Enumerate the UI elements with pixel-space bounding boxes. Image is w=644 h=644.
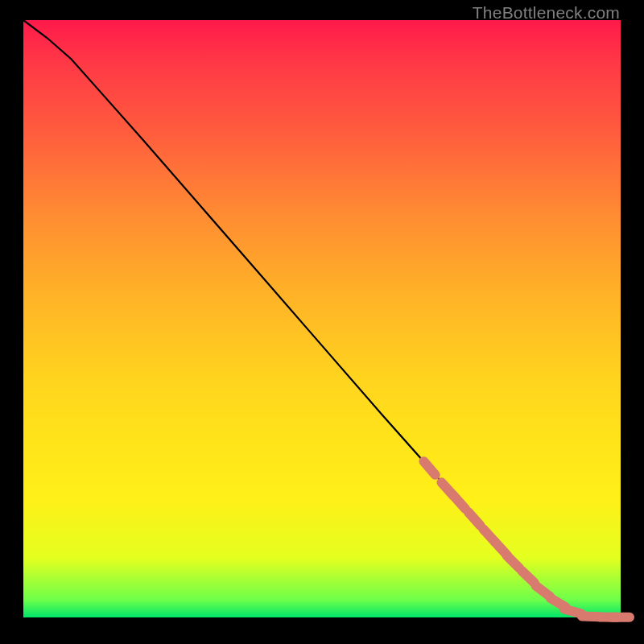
- highlight-capsule: [522, 571, 535, 583]
- highlight-capsule: [453, 496, 465, 509]
- watermark-text: TheBottleneck.com: [473, 3, 620, 23]
- highlight-points: [423, 461, 630, 617]
- highlight-capsule: [507, 555, 520, 568]
- chart-overlay: [23, 20, 621, 617]
- curve-line: [23, 20, 621, 617]
- chart-frame: TheBottleneck.com: [0, 0, 644, 644]
- highlight-capsule: [469, 512, 481, 525]
- highlight-capsule: [423, 461, 435, 475]
